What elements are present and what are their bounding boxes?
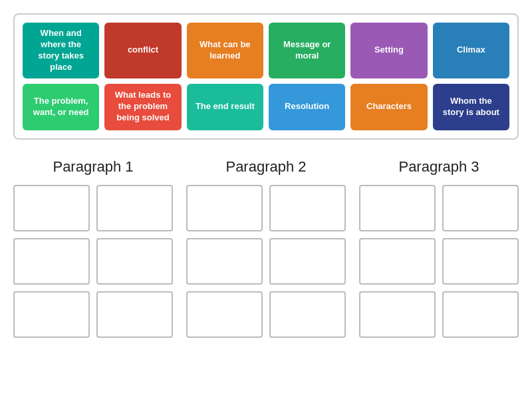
card-setting[interactable]: Setting xyxy=(350,23,427,78)
drop-cell-para3-0[interactable] xyxy=(359,185,436,231)
drop-cell-para3-5[interactable] xyxy=(442,291,519,338)
card-whom-desc[interactable]: Whom the story is about xyxy=(433,84,509,130)
card-setting-desc[interactable]: When and where the story takes place xyxy=(23,23,99,78)
drop-cell-para1-3[interactable] xyxy=(96,238,173,285)
card-row-1: When and where the story takes placeconf… xyxy=(23,23,509,78)
paragraphs-section: Paragraph 1Paragraph 2Paragraph 3 xyxy=(13,158,519,338)
card-climax[interactable]: Climax xyxy=(433,23,509,78)
paragraph-title-para3: Paragraph 3 xyxy=(398,158,479,176)
drop-cell-para2-1[interactable] xyxy=(269,185,346,231)
drop-grid-para1 xyxy=(13,185,173,338)
drop-grid-para2 xyxy=(186,185,346,338)
card-end-result[interactable]: The end result xyxy=(187,84,263,130)
drop-cell-para3-2[interactable] xyxy=(359,238,436,285)
drop-cell-para3-1[interactable] xyxy=(442,185,519,231)
card-characters[interactable]: Characters xyxy=(350,84,427,130)
drop-cell-para1-2[interactable] xyxy=(13,238,90,285)
paragraph-title-para2: Paragraph 2 xyxy=(225,158,306,176)
drop-cell-para2-5[interactable] xyxy=(269,291,346,338)
card-problem-desc[interactable]: The problem, want, or need xyxy=(23,84,99,130)
card-row-2: The problem, want, or needWhat leads to … xyxy=(23,84,509,130)
drop-cell-para3-3[interactable] xyxy=(442,238,519,285)
paragraph-col-para2: Paragraph 2 xyxy=(186,158,346,338)
drop-grid-para3 xyxy=(359,185,519,338)
paragraph-col-para3: Paragraph 3 xyxy=(359,158,519,338)
drop-cell-para2-4[interactable] xyxy=(186,291,263,338)
card-bank: When and where the story takes placeconf… xyxy=(13,13,519,140)
paragraph-title-para1: Paragraph 1 xyxy=(53,158,133,176)
drop-cell-para1-1[interactable] xyxy=(96,185,173,231)
drop-cell-para1-5[interactable] xyxy=(96,291,173,338)
card-conflict[interactable]: conflict xyxy=(104,23,181,78)
card-resolution[interactable]: Resolution xyxy=(269,84,345,130)
drop-cell-para2-3[interactable] xyxy=(269,238,346,285)
drop-cell-para3-4[interactable] xyxy=(359,291,436,338)
card-message[interactable]: Message or moral xyxy=(269,23,345,78)
paragraph-col-para1: Paragraph 1 xyxy=(13,158,173,338)
drop-cell-para2-2[interactable] xyxy=(186,238,263,285)
card-leads-desc[interactable]: What leads to the problem being solved xyxy=(104,84,181,130)
drop-cell-para2-0[interactable] xyxy=(186,185,263,231)
drop-cell-para1-0[interactable] xyxy=(13,185,90,231)
card-theme-desc[interactable]: What can be learned xyxy=(187,23,263,78)
drop-cell-para1-4[interactable] xyxy=(13,291,90,338)
